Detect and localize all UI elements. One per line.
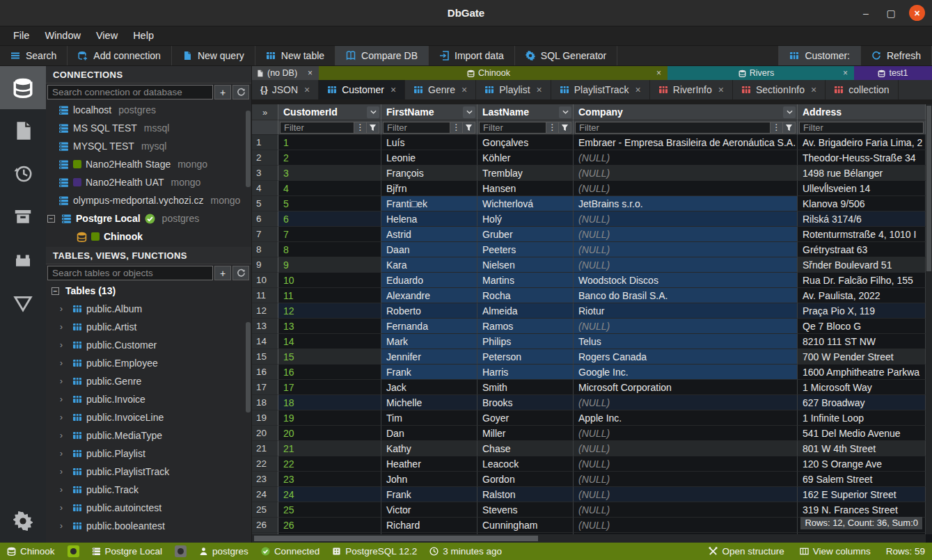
connection-item[interactable]: localhostpostgres	[46, 101, 251, 119]
column-header-company[interactable]: Company	[574, 104, 798, 120]
cell-company[interactable]: (NULL)	[574, 502, 798, 518]
close-icon[interactable]: ×	[635, 84, 641, 95]
filter-funnel-button[interactable]	[559, 122, 571, 134]
filter-funnel-button[interactable]	[367, 122, 379, 134]
cell-address[interactable]: Rilská 3174/6	[798, 211, 926, 227]
cell-address[interactable]: 627 Broadway	[798, 395, 926, 410]
cell-last[interactable]: Nielsen	[477, 257, 574, 273]
cell-first[interactable]: Eduardo	[381, 273, 477, 288]
row-number[interactable]: 17	[252, 380, 278, 395]
cell-last[interactable]: Smith	[477, 380, 574, 395]
cell-first[interactable]: François	[381, 166, 477, 181]
row-number[interactable]: 23	[252, 472, 278, 487]
cell-last[interactable]: Peterson	[477, 349, 574, 365]
row-number[interactable]: 21	[252, 441, 278, 456]
cell-company[interactable]: (NULL)	[574, 487, 798, 502]
close-icon[interactable]: ×	[654, 68, 663, 78]
connection-item[interactable]: MYSQL TESTmysql	[46, 137, 251, 155]
row-number[interactable]: 19	[252, 410, 278, 426]
rail-item-settings[interactable]	[0, 499, 46, 543]
collapse-icon[interactable]: −	[52, 287, 59, 295]
cell-company[interactable]: Embraer - Empresa Brasileira de Aeronáut…	[574, 135, 798, 150]
cell-id[interactable]: 24	[278, 487, 381, 502]
file-tab-riverinfo[interactable]: RiverInfo×	[650, 80, 733, 99]
color-swatch-button[interactable]	[68, 545, 79, 557]
table-item[interactable]: ›public.Track	[46, 481, 251, 499]
file-tab-playlisttrack[interactable]: PlaylistTrack×	[551, 80, 650, 99]
chevron-right-icon[interactable]: ›	[60, 322, 67, 332]
rail-item-query-designer[interactable]	[0, 282, 46, 325]
cell-last[interactable]: Cunningham	[477, 518, 574, 533]
menu-item-help[interactable]: Help	[125, 26, 161, 45]
cell-address[interactable]: Sřnder Boulevard 51	[798, 257, 926, 273]
cell-address[interactable]: 162 E Superior Street	[798, 487, 926, 502]
cell-address[interactable]: Theodor-Heuss-Straße 34	[798, 150, 926, 166]
cell-company[interactable]: Apple Inc.	[574, 410, 798, 426]
cell-company[interactable]: (NULL)	[574, 472, 798, 487]
close-button[interactable]: ×	[909, 5, 925, 21]
chevron-right-icon[interactable]: ›	[60, 304, 67, 314]
close-icon[interactable]: ×	[841, 68, 850, 78]
row-number[interactable]: 7	[252, 227, 278, 242]
file-tab-customer[interactable]: Customer×	[319, 80, 405, 99]
toolbar-button-new-query[interactable]: New query	[172, 46, 255, 65]
cell-company[interactable]: (NULL)	[574, 518, 798, 533]
row-number[interactable]: 25	[252, 502, 278, 518]
cell-id[interactable]: 15	[278, 349, 381, 365]
cell-address[interactable]: Rotenturmstraße 4, 1010 I	[798, 227, 926, 242]
table-item[interactable]: ›public.PlaylistTrack	[46, 463, 251, 481]
cell-address[interactable]: 1 Microsoft Way	[798, 380, 926, 395]
cell-company[interactable]: (NULL)	[574, 150, 798, 166]
filter-menu-button[interactable]: ⋮	[546, 122, 559, 134]
status-open-structure[interactable]: Open structure	[709, 546, 784, 557]
cell-first[interactable]: Jack	[381, 380, 477, 395]
close-icon[interactable]: ×	[537, 84, 542, 95]
cell-id[interactable]: 23	[278, 472, 381, 487]
table-item[interactable]: ›public.InvoiceLine	[46, 408, 251, 426]
toolbar-button-add-connection[interactable]: Add connection	[68, 46, 172, 65]
column-menu-button[interactable]	[367, 106, 379, 118]
row-number[interactable]: 6	[252, 211, 278, 227]
column-menu-button[interactable]	[463, 106, 475, 118]
chevron-right-icon[interactable]: ›	[60, 340, 67, 350]
cell-company[interactable]: (NULL)	[574, 211, 798, 227]
cell-first[interactable]: Tim	[381, 410, 477, 426]
connection-item[interactable]: olympus-medportal.vychozi.czmongo	[46, 191, 251, 209]
filter-input[interactable]	[280, 122, 354, 134]
db-tab-chinook[interactable]: Chinook×	[319, 66, 668, 80]
cell-first[interactable]: Victor	[381, 502, 477, 518]
cell-company[interactable]: (NULL)	[574, 319, 798, 334]
cell-id[interactable]: 5	[278, 196, 381, 211]
column-header-lastname[interactable]: LastName	[477, 104, 574, 120]
connections-scrollbar-thumb[interactable]	[246, 111, 251, 187]
cell-address[interactable]: 319 N. Frances Street	[798, 502, 926, 518]
cell-id[interactable]: 25	[278, 502, 381, 518]
cell-last[interactable]: Holý	[477, 211, 574, 227]
cell-company[interactable]: (NULL)	[574, 441, 798, 456]
cell-last[interactable]: Martins	[477, 273, 574, 288]
cell-first[interactable]: Roberto	[381, 303, 477, 319]
cell-first[interactable]: Daan	[381, 242, 477, 257]
cell-last[interactable]: Miller	[477, 426, 574, 441]
filter-funnel-button[interactable]	[463, 122, 475, 134]
grid-horizontal-scrollbar[interactable]	[252, 534, 926, 543]
cell-last[interactable]: Gonçalves	[477, 135, 574, 150]
column-header-customerid[interactable]: CustomerId	[278, 104, 381, 120]
toolbar-button-sql-generator[interactable]: SQL Generator	[515, 46, 617, 65]
cell-last[interactable]: Wichterlová	[477, 196, 574, 211]
cell-address[interactable]: 8210 111 ST NW	[798, 334, 926, 349]
row-number[interactable]: 20	[252, 426, 278, 441]
cell-last[interactable]: Stevens	[477, 502, 574, 518]
table-item[interactable]: ›public.Playlist	[46, 445, 251, 463]
chevron-right-icon[interactable]: ›	[60, 467, 67, 477]
chevron-right-icon[interactable]: ›	[60, 431, 67, 440]
cell-last[interactable]: Brooks	[477, 395, 574, 410]
close-icon[interactable]: ×	[390, 84, 396, 95]
grid-horizontal-scrollbar-thumb[interactable]	[254, 536, 538, 541]
toolbar-button-import-data[interactable]: Import data	[429, 46, 515, 65]
toolbar-button-search[interactable]: Search	[0, 46, 68, 65]
tables-group[interactable]: −Tables (13)	[46, 282, 251, 300]
table-item[interactable]: ›public.Artist	[46, 318, 251, 336]
cell-company[interactable]: (NULL)	[574, 426, 798, 441]
column-menu-button[interactable]	[783, 106, 796, 118]
